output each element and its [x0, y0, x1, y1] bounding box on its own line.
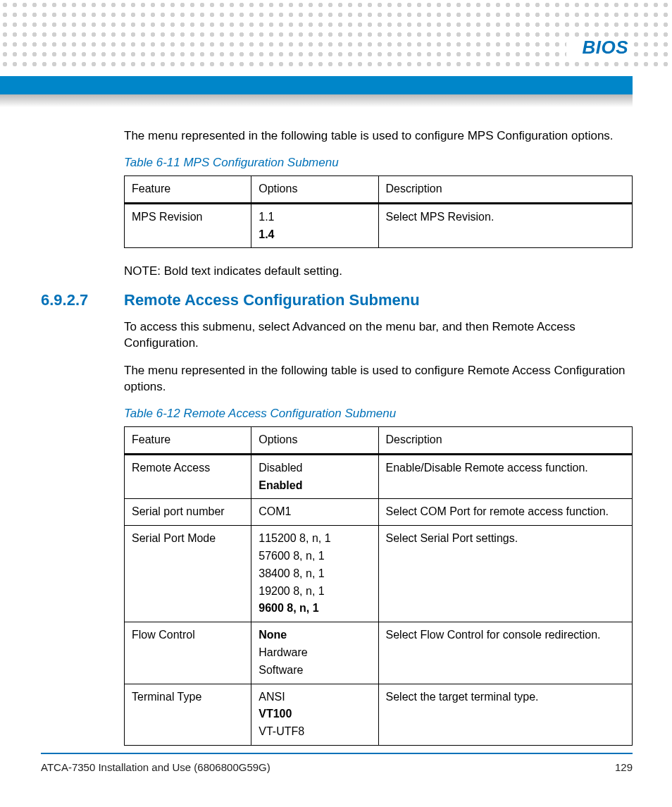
option-value: VT-UTF8 [259, 723, 371, 741]
table-row: Terminal TypeANSIVT100VT-UTF8Select the … [125, 684, 633, 745]
table-row: Flow ControlNoneHardwareSoftwareSelect F… [125, 622, 633, 684]
feature-cell: Flow Control [125, 622, 251, 684]
option-value: 1.4 [259, 226, 371, 244]
table-row: Serial Port Mode115200 8, n, 157600 8, n… [125, 526, 633, 622]
chapter-header-title: BIOS [566, 37, 633, 58]
feature-cell: Terminal Type [125, 684, 251, 745]
intro-paragraph: The menu represented in the following ta… [124, 128, 633, 144]
section-title: Remote Access Configuration Submenu [124, 291, 420, 309]
option-value: Disabled [259, 460, 371, 477]
section-heading-row: 6.9.2.7 Remote Access Configuration Subm… [41, 291, 633, 309]
option-value: Hardware [259, 644, 371, 662]
option-value: None [259, 627, 371, 644]
footer-page-number: 129 [615, 761, 633, 773]
options-cell: DisabledEnabled [251, 454, 378, 499]
option-value: 19200 8, n, 1 [259, 583, 371, 600]
option-value: COM1 [259, 503, 371, 521]
section-paragraph-1: To access this submenu, select Advanced … [124, 319, 633, 352]
options-cell: 1.11.4 [251, 203, 378, 248]
feature-cell: MPS Revision [125, 203, 251, 248]
description-cell: Select Serial Port settings. [378, 526, 633, 622]
feature-cell: Serial port number [125, 499, 251, 526]
table-611-caption: Table 6-11 MPS Configuration Submenu [124, 156, 633, 170]
table-header: Options [251, 427, 378, 455]
option-value: Enabled [259, 477, 371, 495]
table-row: MPS Revision1.11.4Select MPS Revision. [125, 203, 633, 248]
table-header: Description [378, 427, 633, 455]
page-footer: ATCA-7350 Installation and Use (6806800G… [41, 753, 633, 773]
options-cell: COM1 [251, 499, 378, 526]
option-value: 38400 8, n, 1 [259, 565, 371, 583]
header-shadow-bar [0, 94, 633, 107]
option-value: VT100 [259, 706, 371, 723]
option-value: 57600 8, n, 1 [259, 548, 371, 565]
table-header: Feature [125, 427, 251, 455]
footer-rule [41, 753, 633, 754]
options-cell: 115200 8, n, 157600 8, n, 138400 8, n, 1… [251, 526, 378, 622]
header-blue-bar [0, 76, 633, 94]
page-content: The menu represented in the following ta… [41, 128, 633, 746]
table-row: Serial port numberCOM1Select COM Port fo… [125, 499, 633, 526]
description-cell: Select MPS Revision. [378, 203, 633, 248]
section-paragraph-2: The menu represented in the following ta… [124, 363, 633, 395]
option-value: 9600 8, n, 1 [259, 600, 371, 617]
table-row: Remote AccessDisabledEnabledEnable/Disab… [125, 454, 633, 499]
description-cell: Select the target terminal type. [378, 684, 633, 745]
description-cell: Select COM Port for remote access functi… [378, 499, 633, 526]
dotted-header-background [0, 0, 672, 70]
table-header: Description [378, 175, 633, 203]
feature-cell: Remote Access [125, 454, 251, 499]
option-value: 1.1 [259, 209, 371, 226]
mps-config-table: Feature Options Description MPS Revision… [124, 175, 633, 248]
options-cell: NoneHardwareSoftware [251, 622, 378, 684]
options-cell: ANSIVT100VT-UTF8 [251, 684, 378, 745]
default-note: NOTE: Bold text indicates default settin… [124, 264, 633, 280]
option-value: ANSI [259, 689, 371, 706]
table-612-caption: Table 6-12 Remote Access Configuration S… [124, 407, 633, 421]
table-header: Feature [125, 175, 251, 203]
footer-doc-title: ATCA-7350 Installation and Use (6806800G… [41, 761, 270, 773]
feature-cell: Serial Port Mode [125, 526, 251, 622]
table-header: Options [251, 175, 378, 203]
section-number: 6.9.2.7 [41, 291, 108, 309]
remote-access-config-table: Feature Options Description Remote Acces… [124, 426, 633, 746]
option-value: 115200 8, n, 1 [259, 530, 371, 548]
option-value: Software [259, 662, 371, 679]
description-cell: Enable/Disable Remote access function. [378, 454, 633, 499]
description-cell: Select Flow Control for console redirect… [378, 622, 633, 684]
